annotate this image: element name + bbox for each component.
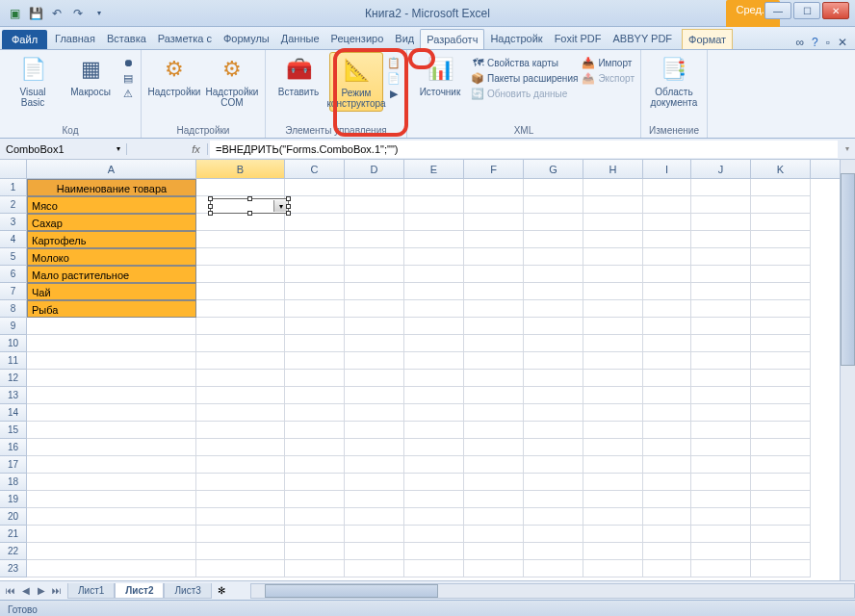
cell[interactable] [285,491,345,508]
cell[interactable] [345,300,404,318]
cell[interactable] [643,335,691,352]
cell[interactable] [583,422,643,439]
cell[interactable] [285,231,345,248]
cell[interactable] [643,283,691,300]
cell[interactable] [751,422,811,439]
cell[interactable] [196,248,285,266]
cell[interactable] [583,231,643,248]
cell[interactable] [691,283,751,300]
row-header[interactable]: 8 [0,300,27,318]
cell[interactable] [643,560,691,578]
tab-формулы[interactable]: Формулы [218,29,275,49]
cell[interactable] [524,387,583,404]
cell[interactable] [524,283,583,300]
cell[interactable] [583,335,643,352]
cell[interactable] [691,456,751,474]
col-header-B[interactable]: B [196,160,285,178]
cell[interactable] [345,422,404,439]
cell[interactable] [464,231,524,248]
cell[interactable] [285,179,345,196]
cell[interactable] [464,179,524,196]
row-header[interactable]: 3 [0,214,27,231]
row-header[interactable]: 23 [0,560,27,578]
maximize-button[interactable]: ☐ [793,2,820,19]
cell[interactable] [691,491,751,508]
cell[interactable] [524,231,583,248]
cell[interactable] [345,474,404,491]
cell[interactable] [751,543,811,560]
cell[interactable] [345,439,404,456]
cell[interactable] [404,404,464,422]
expansion-packs-button[interactable]: 📦Пакеты расширения [471,71,578,85]
cell[interactable] [691,508,751,526]
cell[interactable] [524,335,583,352]
cell[interactable]: Мясо [27,196,196,214]
cell[interactable] [196,214,285,231]
col-header-C[interactable]: C [285,160,345,178]
qat-dropdown-icon[interactable]: ▾ [91,5,108,22]
cell[interactable] [345,196,404,214]
cell[interactable] [464,491,524,508]
combobox-control[interactable]: ▾ [210,198,289,214]
cell[interactable] [464,560,524,578]
cell[interactable]: Молоко [27,248,196,266]
col-header-D[interactable]: D [345,160,404,178]
cell[interactable] [404,248,464,266]
cell[interactable] [691,266,751,283]
tab-abbyy pdf[interactable]: ABBYY PDF [608,29,679,49]
cell[interactable] [464,422,524,439]
cell[interactable] [345,352,404,370]
cell[interactable] [691,370,751,387]
cell[interactable] [751,266,811,283]
cell[interactable] [404,370,464,387]
cell[interactable] [196,560,285,578]
cell[interactable] [643,543,691,560]
cell[interactable] [345,508,404,526]
cell[interactable] [27,370,196,387]
cell[interactable] [691,248,751,266]
cell[interactable] [691,335,751,352]
cell[interactable] [285,526,345,543]
cell[interactable] [404,526,464,543]
tab-foxit pdf[interactable]: Foxit PDF [549,29,608,49]
cell[interactable] [524,248,583,266]
cell[interactable] [583,179,643,196]
cell[interactable] [751,179,811,196]
tab-вид[interactable]: Вид [389,29,420,49]
cell[interactable] [643,387,691,404]
cell[interactable] [196,439,285,456]
cell[interactable] [524,196,583,214]
cell[interactable] [691,387,751,404]
row-header[interactable]: 10 [0,335,27,352]
tab-данные[interactable]: Данные [275,29,325,49]
col-header-I[interactable]: I [643,160,691,178]
cell[interactable] [345,456,404,474]
row-header[interactable]: 5 [0,248,27,266]
cell[interactable] [691,318,751,335]
cell[interactable] [404,474,464,491]
cell[interactable] [583,474,643,491]
cell[interactable] [27,456,196,474]
cell[interactable] [27,318,196,335]
cell[interactable] [464,318,524,335]
cell[interactable] [643,300,691,318]
cell[interactable] [464,526,524,543]
cell[interactable] [27,335,196,352]
cell[interactable] [464,543,524,560]
cell[interactable] [643,456,691,474]
cell[interactable] [404,196,464,214]
cell[interactable] [196,422,285,439]
cell[interactable] [751,508,811,526]
format-tab[interactable]: Формат [682,29,733,49]
cell[interactable] [404,508,464,526]
new-sheet-icon[interactable]: ✻ [212,585,231,596]
visual-basic-button[interactable]: 📄Visual Basic [6,52,60,110]
cell[interactable] [345,543,404,560]
cell[interactable] [404,352,464,370]
cell[interactable] [583,370,643,387]
cell[interactable] [643,474,691,491]
col-header-E[interactable]: E [404,160,464,178]
cell[interactable] [691,352,751,370]
formula-input[interactable]: =ВНЕДРИТЬ("Forms.ComboBox.1";"") [210,141,838,158]
cell[interactable] [524,560,583,578]
